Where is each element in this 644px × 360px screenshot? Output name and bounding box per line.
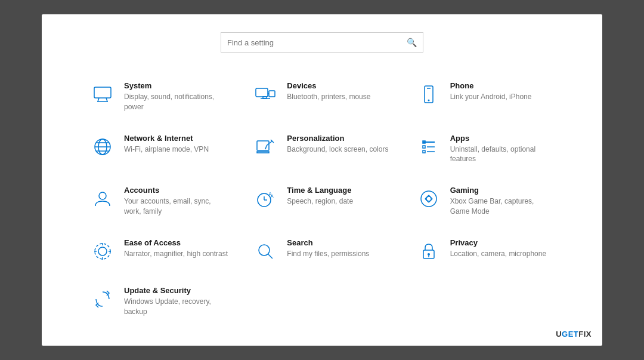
svg-point-49 bbox=[259, 245, 270, 256]
svg-point-31 bbox=[99, 192, 106, 199]
search-settings-icon bbox=[252, 238, 278, 264]
search-input[interactable] bbox=[227, 38, 407, 47]
setting-item-update[interactable]: Update & Security Windows Update, recove… bbox=[78, 275, 240, 328]
svg-line-2 bbox=[106, 98, 107, 101]
setting-item-privacy[interactable]: Privacy Location, camera, microphone bbox=[404, 227, 566, 275]
devices-desc: Bluetooth, printers, mouse bbox=[287, 92, 370, 102]
accounts-text: Accounts Your accounts, email, sync, wor… bbox=[124, 186, 228, 217]
setting-item-devices[interactable]: Devices Bluetooth, printers, mouse bbox=[240, 70, 403, 123]
svg-point-11 bbox=[428, 100, 429, 101]
apps-text: Apps Uninstall, defaults, optional featu… bbox=[450, 134, 555, 165]
svg-point-44 bbox=[98, 247, 107, 256]
personalization-icon bbox=[252, 134, 278, 160]
phone-title: Phone bbox=[450, 81, 532, 90]
setting-item-time[interactable]: A A Time & Language Speech, region, date bbox=[240, 175, 403, 227]
search-text: Search Find my files, permissions bbox=[287, 238, 369, 259]
search-icon: 🔍 bbox=[407, 38, 417, 47]
setting-item-gaming[interactable]: Gaming Xbox Game Bar, captures, Game Mod… bbox=[404, 175, 566, 227]
time-text: Time & Language Speech, region, date bbox=[287, 186, 353, 207]
settings-window: 🔍 System Display, sound, notifications, … bbox=[42, 14, 602, 346]
gaming-desc: Xbox Game Bar, captures, Game Mode bbox=[450, 196, 555, 217]
network-icon bbox=[89, 134, 116, 160]
system-desc: Display, sound, notifications, power bbox=[124, 92, 228, 112]
search-bar[interactable]: 🔍 bbox=[221, 32, 423, 53]
time-icon: A A bbox=[252, 186, 278, 212]
setting-item-phone[interactable]: Phone Link your Android, iPhone bbox=[404, 70, 566, 123]
update-desc: Windows Update, recovery, backup bbox=[124, 297, 228, 317]
svg-line-19 bbox=[268, 141, 273, 144]
setting-item-accounts[interactable]: Accounts Your accounts, email, sync, wor… bbox=[78, 175, 240, 227]
setting-item-search[interactable]: Search Find my files, permissions bbox=[240, 227, 403, 275]
update-icon bbox=[89, 286, 116, 312]
devices-icon bbox=[252, 81, 278, 107]
ease-icon bbox=[89, 238, 116, 264]
devices-text: Devices Bluetooth, printers, mouse bbox=[287, 81, 370, 102]
privacy-desc: Location, camera, microphone bbox=[450, 249, 546, 259]
apps-icon bbox=[416, 134, 442, 160]
svg-line-1 bbox=[98, 98, 99, 101]
devices-title: Devices bbox=[287, 81, 370, 90]
network-title: Network & Internet bbox=[124, 134, 209, 143]
setting-item-apps[interactable]: Apps Uninstall, defaults, optional featu… bbox=[404, 123, 566, 176]
svg-point-42 bbox=[426, 196, 431, 201]
time-desc: Speech, region, date bbox=[287, 196, 353, 207]
system-text: System Display, sound, notifications, po… bbox=[124, 81, 228, 112]
ease-desc: Narrator, magnifier, high contrast bbox=[124, 249, 228, 259]
privacy-icon bbox=[416, 238, 442, 264]
svg-rect-22 bbox=[257, 152, 269, 153]
privacy-text: Privacy Location, camera, microphone bbox=[450, 238, 546, 259]
watermark: UGETFIX bbox=[556, 330, 592, 339]
setting-item-personalization[interactable]: Personalization Background, lock screen,… bbox=[240, 123, 403, 176]
search-desc: Find my files, permissions bbox=[287, 249, 369, 259]
update-text: Update & Security Windows Update, recove… bbox=[124, 286, 228, 317]
svg-line-20 bbox=[267, 144, 268, 146]
ease-title: Ease of Access bbox=[124, 238, 228, 247]
gaming-icon bbox=[416, 186, 442, 212]
gaming-text: Gaming Xbox Game Bar, captures, Game Mod… bbox=[450, 186, 555, 217]
personalization-text: Personalization Background, lock screen,… bbox=[287, 134, 388, 155]
svg-rect-29 bbox=[423, 150, 425, 153]
update-title: Update & Security bbox=[124, 286, 228, 295]
svg-text:A: A bbox=[271, 194, 274, 198]
svg-rect-27 bbox=[423, 146, 425, 148]
svg-rect-4 bbox=[256, 88, 268, 97]
phone-desc: Link your Android, iPhone bbox=[450, 92, 532, 102]
system-icon bbox=[89, 81, 116, 107]
setting-item-ease[interactable]: Ease of Access Narrator, magnifier, high… bbox=[78, 227, 240, 275]
svg-point-37 bbox=[421, 191, 436, 207]
apps-desc: Uninstall, defaults, optional features bbox=[450, 144, 555, 165]
search-title: Search bbox=[287, 238, 369, 247]
accounts-icon bbox=[89, 186, 116, 212]
phone-text: Phone Link your Android, iPhone bbox=[450, 81, 532, 102]
ease-text: Ease of Access Narrator, magnifier, high… bbox=[124, 238, 228, 259]
settings-grid: System Display, sound, notifications, po… bbox=[78, 70, 566, 327]
accounts-title: Accounts bbox=[124, 186, 228, 195]
setting-item-system[interactable]: System Display, sound, notifications, po… bbox=[78, 70, 240, 123]
setting-item-network[interactable]: Network & Internet Wi-Fi, airplane mode,… bbox=[78, 123, 240, 176]
phone-icon bbox=[416, 81, 442, 107]
svg-point-43 bbox=[95, 244, 110, 259]
network-text: Network & Internet Wi-Fi, airplane mode,… bbox=[124, 134, 209, 155]
system-title: System bbox=[124, 81, 228, 90]
time-title: Time & Language bbox=[287, 186, 353, 195]
svg-line-21 bbox=[265, 146, 267, 149]
network-desc: Wi-Fi, airplane mode, VPN bbox=[124, 144, 209, 155]
svg-line-50 bbox=[268, 254, 273, 259]
apps-title: Apps bbox=[450, 134, 555, 143]
svg-rect-0 bbox=[94, 87, 111, 98]
personalization-desc: Background, lock screen, colors bbox=[287, 144, 388, 155]
gaming-title: Gaming bbox=[450, 186, 555, 195]
privacy-title: Privacy bbox=[450, 238, 546, 247]
svg-rect-5 bbox=[269, 91, 275, 97]
svg-point-52 bbox=[428, 253, 430, 256]
accounts-desc: Your accounts, email, sync, work, family bbox=[124, 196, 228, 217]
personalization-title: Personalization bbox=[287, 134, 388, 143]
